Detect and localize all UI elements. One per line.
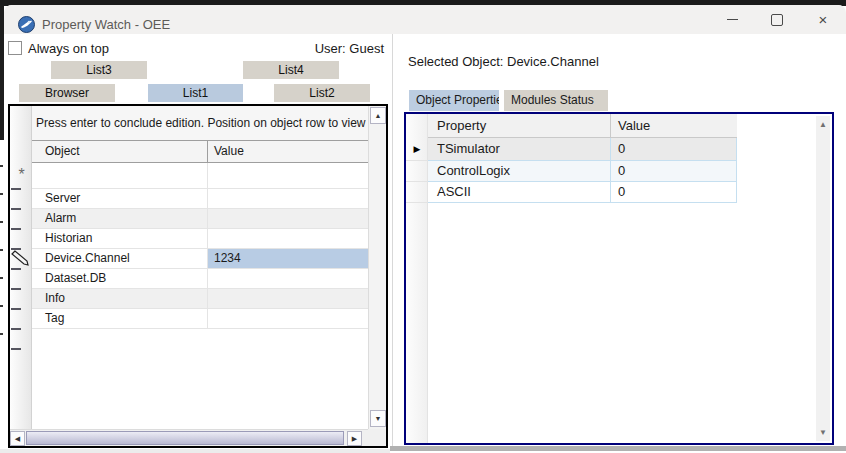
table-row-server[interactable]: Server [32, 189, 368, 209]
property-cell[interactable]: TSimulator [428, 138, 610, 160]
value-cell[interactable] [207, 189, 368, 208]
row-header[interactable] [406, 161, 428, 182]
minimize-icon [727, 19, 738, 20]
list3-button[interactable]: List3 [51, 61, 147, 79]
scroll-right-button[interactable]: ▶ [347, 431, 362, 446]
pencil-icon [11, 249, 31, 267]
object-cell[interactable] [32, 163, 207, 188]
vertical-scrollbar[interactable]: ▲ ▼ [816, 116, 830, 441]
background-tick [0, 193, 3, 195]
table-row-tag[interactable]: Tag [32, 309, 368, 329]
table-row-dataset-db[interactable]: Dataset.DB [32, 269, 368, 289]
horizontal-scrollbar[interactable]: ◀ ▶ [10, 429, 368, 446]
grid-header-row: Object Value [32, 140, 368, 163]
column-header-value[interactable]: Value [610, 114, 745, 137]
object-cell[interactable]: Alarm [32, 209, 207, 228]
value-cell[interactable] [207, 269, 368, 288]
list1-button[interactable]: List1 [148, 84, 243, 102]
background-tick [0, 221, 3, 223]
scrollbar-corner [368, 429, 386, 446]
list4-button[interactable]: List4 [243, 61, 339, 79]
row-tick [11, 348, 21, 350]
object-cell[interactable]: Historian [32, 229, 207, 248]
table-row-ascii[interactable]: ASCII 0 [428, 182, 737, 203]
column-header-property[interactable]: Property [428, 114, 619, 137]
maximize-icon [771, 14, 783, 26]
property-cell[interactable]: ControlLogix [428, 161, 610, 181]
row-tick [11, 308, 21, 310]
value-cell[interactable]: 0 [610, 161, 737, 181]
column-header-object[interactable]: Object [35, 141, 217, 162]
close-icon: × [819, 12, 828, 27]
object-cell[interactable]: Info [32, 289, 207, 308]
watch-grid: Press enter to conclude edition. Positio… [8, 104, 388, 448]
grid-caption: Press enter to conclude edition. Positio… [32, 106, 368, 140]
value-cell[interactable]: 0 [610, 182, 737, 202]
property-cell[interactable]: ASCII [428, 182, 610, 202]
scroll-down-button[interactable]: ▼ [370, 410, 386, 427]
user-label: User: Guest [284, 41, 384, 56]
record-pointer-icon: ▶ [414, 144, 421, 154]
panel-divider [392, 34, 393, 448]
scroll-down-icon[interactable]: ▼ [816, 428, 830, 437]
row-tick [11, 328, 21, 330]
background-tick [0, 249, 3, 251]
row-tick [11, 288, 21, 290]
window-bottom-edge [390, 446, 846, 451]
background-tick [0, 305, 3, 307]
row-tick [11, 188, 21, 190]
close-button[interactable]: × [806, 5, 840, 34]
window-bottom-edge [0, 449, 390, 453]
scroll-left-icon: ◀ [15, 435, 20, 443]
value-cell[interactable] [207, 309, 368, 328]
background-tick [0, 333, 3, 335]
object-cell[interactable]: Server [32, 189, 207, 208]
always-on-top-checkbox[interactable] [8, 41, 22, 55]
scroll-left-button[interactable]: ◀ [10, 431, 25, 446]
scrollbar-thumb[interactable] [26, 431, 344, 445]
value-cell-selected[interactable]: 1234 [207, 249, 368, 268]
scroll-down-icon: ▼ [375, 415, 382, 422]
value-cell[interactable] [207, 163, 368, 188]
table-row-controllogix[interactable]: ControlLogix 0 [428, 161, 737, 182]
tab-object-properties[interactable]: Object Propertie [409, 90, 499, 111]
table-row-tsimulator[interactable]: TSimulator 0 [428, 138, 737, 161]
row-tick [11, 268, 21, 270]
minimize-button[interactable] [715, 5, 749, 34]
row-header[interactable] [406, 182, 428, 203]
table-row-info[interactable]: Info [32, 289, 368, 309]
grid-header-row: Property Value [428, 114, 737, 138]
table-row-historian[interactable]: Historian [32, 229, 368, 249]
object-cell[interactable]: Dataset.DB [32, 269, 207, 288]
object-cell[interactable]: Device.Channel [32, 249, 207, 268]
row-tick [11, 248, 21, 250]
scroll-up-icon: ▲ [375, 112, 382, 119]
value-cell[interactable] [207, 229, 368, 248]
row-tick [11, 208, 21, 210]
background-tick [0, 277, 3, 279]
object-cell[interactable]: Tag [32, 309, 207, 328]
table-row-device-channel[interactable]: Device.Channel 1234 [32, 249, 368, 269]
value-cell[interactable] [207, 209, 368, 228]
vertical-scrollbar[interactable]: ▲ ▼ [368, 106, 386, 429]
scroll-up-button[interactable]: ▲ [370, 107, 386, 124]
row-header-current[interactable]: ▶ [406, 138, 428, 161]
always-on-top-label: Always on top [28, 41, 109, 56]
row-tick [11, 228, 21, 230]
background-tick [0, 165, 3, 167]
tab-modules-status[interactable]: Modules Status [504, 90, 608, 111]
list2-button[interactable]: List2 [274, 84, 370, 102]
maximize-button[interactable] [760, 5, 794, 34]
value-cell[interactable] [207, 289, 368, 308]
properties-grid: Property Value ▶ TSimulator 0 ControlLog… [404, 112, 834, 445]
browser-button[interactable]: Browser [19, 84, 115, 102]
selected-object-label: Selected Object: Device.Channel [408, 54, 599, 69]
scroll-up-icon[interactable]: ▲ [816, 120, 830, 129]
table-row-alarm[interactable]: Alarm [32, 209, 368, 229]
column-header-value[interactable]: Value [207, 141, 374, 162]
screen: Property Watch - OEE × Always on top Use… [0, 0, 846, 453]
value-cell[interactable]: 0 [610, 138, 737, 160]
table-row-new[interactable] [32, 163, 368, 189]
app-icon [18, 16, 35, 33]
window-title: Property Watch - OEE [42, 17, 170, 32]
